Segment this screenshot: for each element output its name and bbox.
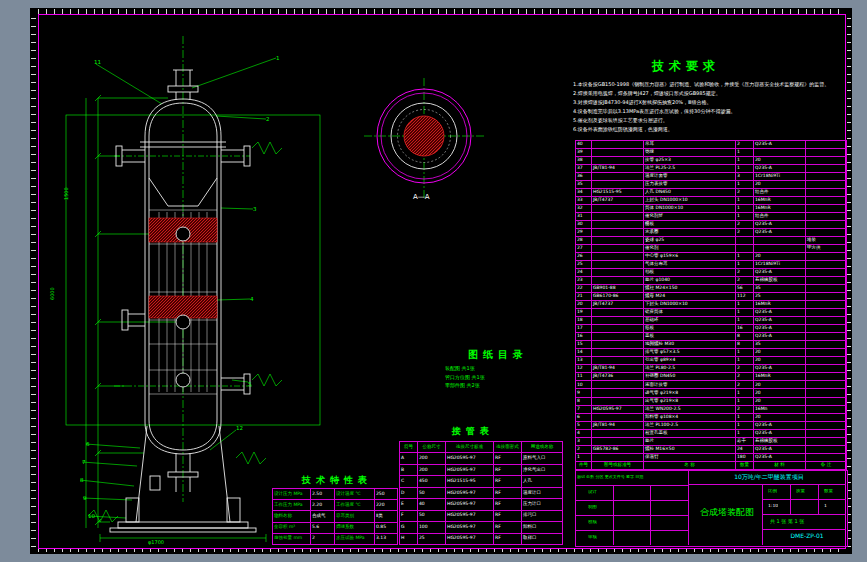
table-cell: 23 [576,277,592,285]
table-cell: 39 [576,149,592,157]
table-cell [806,269,847,277]
table-cell [592,357,644,365]
drawing-number: DME-ZP-01 [770,533,844,540]
tech-requirements-list: 1.本设备按GB150-1998《钢制压力容器》进行制造、试验和验收，并接受《压… [573,80,847,138]
table-cell: 16MnR [754,373,806,381]
table-row: 8出气管 φ219×8120 [576,397,847,405]
callout-balloon: 8 [80,478,84,484]
drawing-catalog-lines: 装配图 共1张管口方位图 共1张零部件图 共2张 [445,364,555,390]
ruler-ticks-right [847,15,851,547]
table-cell: 1 [736,253,754,261]
table-cell: 0.85 [375,522,398,533]
table-cell: HG21515-95 [446,476,494,487]
section-view [358,76,490,208]
table-cell [806,309,847,317]
table-cell: 组合件 [754,213,806,221]
table-cell: 1 [736,301,754,309]
table-cell [754,237,806,245]
table-cell: Ⅱ类 [375,511,398,522]
table-cell [754,245,806,253]
table-cell: 上封头 DN1000×10 [644,197,736,205]
table-cell: 17 [576,325,592,333]
table-cell: F [400,510,418,521]
table-row: 30栅板2Q235-A [576,221,847,229]
table-cell: 20 [576,301,592,309]
table-cell: 工作温度 ℃ [335,500,375,511]
table-row: 34HG21515-95人孔 DN4502组合件 [576,189,847,197]
table-row: 件号图号或标准号名 称数量材 料备 注 [576,461,847,469]
table-cell: 栅板 [644,221,736,229]
cad-sheet: { "tech_requirements": { "title": "技术要求"… [0,0,867,562]
table-cell: E [400,499,418,510]
table-row: 1保温钉180Q235-A [576,453,847,461]
table-cell: 备 注 [806,461,847,469]
table-cell: JB/T4737 [592,301,644,309]
table-cell [592,381,644,389]
table-cell: 8 [736,341,754,349]
table-cell: 合成气 [311,511,335,522]
table-cell: Q235-A [754,325,806,333]
sheet-count: 共 1 张 第 1 张 [770,519,844,525]
checker-label: 校核 [588,520,597,525]
table-cell: 数量 [736,461,754,469]
table-cell: 25 [576,261,592,269]
table-cell: 补强圈 DN450 [644,373,736,381]
callout-balloon: 6 [86,442,90,448]
table-cell: 20 [754,181,806,189]
table-cell: 螺母 M24 [644,293,736,301]
table-cell: Q235-A [754,141,806,149]
table-cell: 8 [736,333,754,341]
table-row: 3垫片若干石棉橡胶板 [576,437,847,445]
table-cell: 2 [576,445,592,453]
table-row: F50HG20595-97RF排污口 [400,510,563,521]
section-label: A—A [413,193,430,201]
table-cell [806,397,847,405]
table-cell: 20 [754,349,806,357]
table-row: 40吊耳2Q235-A [576,141,847,149]
table-cell: 筒体 DN1000×10 [644,205,736,213]
table-cell [592,237,644,245]
table-row: G100HG20595-97RF卸料口 [400,522,563,533]
revision-row: 标记 处数 分区 更改文件号 签字 日期 [577,475,687,479]
table-row: 26中心管 φ159×6120 [576,253,847,261]
table-cell: 腐蚀裕量 mm [273,533,311,544]
table-cell [592,245,644,253]
table-row: 全容积 m³5.6焊缝系数0.85 [273,522,398,533]
table-cell: 20 [754,413,806,421]
table-cell: 瓷球 φ25 [644,237,736,245]
table-row: 22GB901-88螺柱 M24×1505635 [576,285,847,293]
table-cell: 甲方供 [806,245,847,253]
table-row: 13引出管 φ89×4120 [576,357,847,365]
table-row: 19裙座筒体1Q235-A [576,309,847,317]
callout-balloon: 12 [236,426,243,432]
table-cell: 石棉橡胶板 [754,277,806,285]
callout-balloon: 3 [253,207,257,213]
table-cell: HG20595-97 [446,510,494,521]
text-line: 4.设备制造完毕后以3.13MPa表压进行水压试验，保持30分钟不得渗漏。 [573,107,847,116]
table-cell: Q235-A [754,429,806,437]
table-cell: 材 料 [754,461,806,469]
table-cell [592,341,644,349]
table-cell: 1Cr18Ni9Ti [754,173,806,181]
table-cell: 取样口 [522,533,563,545]
table-cell [806,181,847,189]
table-cell: 27 [576,245,592,253]
table-cell: 若干 [736,437,754,445]
callout-balloon: 7 [82,460,86,466]
table-row: 27催化剂甲方供 [576,245,847,253]
table-cell: 20 [754,357,806,365]
qty-label: 数量 [824,489,833,494]
table-cell: 1 [736,357,754,365]
table-cell [806,381,847,389]
table-cell: RF [494,533,522,545]
table-row: 12JB/T81-94法兰 PL80-2.52Q235-A [576,365,847,373]
text-line: 装配图 共1张 [445,364,555,373]
table-cell [806,365,847,373]
table-row: 23垫片 φ10402石棉橡胶板 [576,277,847,285]
table-cell: 2.20 [311,500,335,511]
table-row: 38接管 φ25×3120 [576,157,847,165]
table-cell: 铭牌 [644,149,736,157]
table-cell: 人孔 [522,476,563,487]
table-row: 33JB/T4737上封头 DN1000×10116MnR [576,197,847,205]
table-cell: Q235-A [754,229,806,237]
